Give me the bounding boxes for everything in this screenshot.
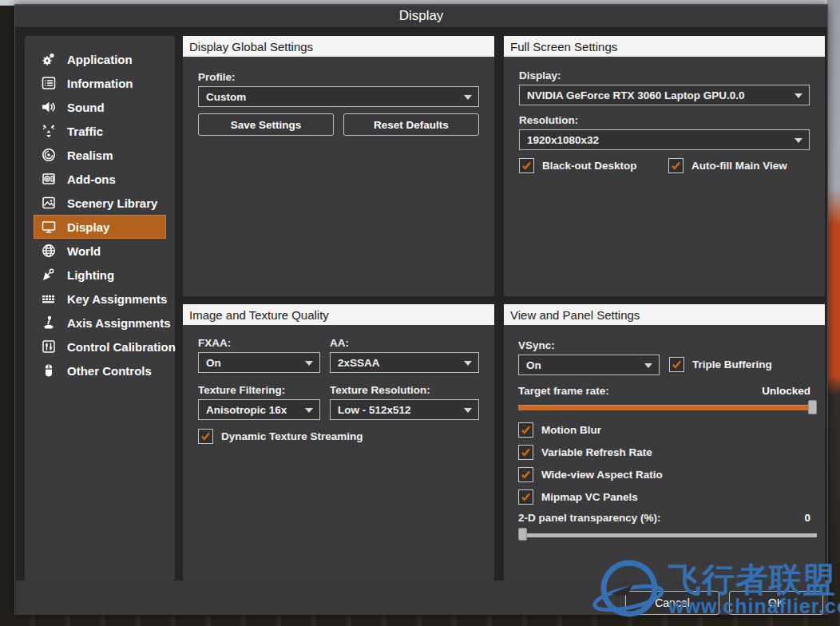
checkbox-box[interactable]: [668, 158, 683, 173]
checkbox-box[interactable]: [518, 489, 533, 505]
checkbox-box[interactable]: [518, 422, 533, 438]
checkbox-label: Variable Refresh Rate: [541, 446, 652, 458]
aa-dropdown[interactable]: 2xSSAA: [330, 352, 479, 373]
sidebar-item-label: Add-ons: [67, 172, 116, 186]
chevron-down-icon: [305, 361, 313, 366]
sidebar-item-display[interactable]: Display: [34, 215, 166, 239]
sidebar-item-label: Axis Assignments: [67, 316, 171, 330]
chevron-down-icon: [464, 408, 472, 413]
texture-filtering-dropdown[interactable]: Anisotropic 16x: [198, 399, 320, 420]
aa-label: AA:: [330, 337, 349, 349]
slider-handle[interactable]: [518, 528, 527, 541]
sidebar-item-label: Traffic: [67, 125, 103, 138]
panel-full-screen-settings: Full Screen Settings Display: NVIDIA GeF…: [504, 36, 825, 296]
chevron-down-icon: [305, 408, 313, 413]
keyboard-icon: [41, 291, 57, 307]
checkbox-box[interactable]: [518, 445, 533, 460]
info-list-icon: [41, 75, 57, 91]
airplanes-icon: [41, 123, 57, 139]
triple-buffering-checkbox[interactable]: Triple Buffering: [669, 357, 772, 372]
wide-view-aspect-ratio-checkbox[interactable]: Wide-view Aspect Ratio: [518, 467, 663, 482]
texture-resolution-label: Texture Resolution:: [330, 384, 430, 396]
save-settings-button[interactable]: Save Settings: [198, 113, 334, 136]
dialog-titlebar: Display: [15, 5, 827, 28]
sidebar-item-label: Lighting: [67, 268, 114, 282]
sidebar-item-traffic[interactable]: Traffic: [34, 119, 166, 143]
ok-button[interactable]: OK: [729, 591, 823, 615]
sidebar-item-scenery-library[interactable]: Scenery Library: [34, 191, 166, 215]
sidebar-item-world[interactable]: World: [34, 239, 166, 263]
display-adapter-value: NVIDIA GeForce RTX 3060 Laptop GPU.0.0: [527, 89, 745, 101]
vsync-value: On: [526, 359, 541, 371]
panel-title: Image and Texture Quality: [183, 304, 494, 325]
sidebar-item-sound[interactable]: Sound: [34, 95, 166, 119]
cancel-button[interactable]: Cancel: [625, 591, 719, 615]
background-scene-left: [0, 0, 15, 626]
mipmap-vc-panels-checkbox[interactable]: Mipmap VC Panels: [518, 489, 638, 505]
texture-filtering-value: Anisotropic 16x: [206, 404, 287, 416]
texture-filtering-label: Texture Filtering:: [198, 384, 285, 396]
sidebar-item-label: Realism: [67, 149, 113, 162]
checkbox-label: Motion Blur: [541, 424, 601, 436]
slider-track[interactable]: [518, 533, 817, 537]
panel-transparency-label: 2-D panel transparency (%):: [518, 512, 661, 524]
sidebar-item-realism[interactable]: Realism: [34, 143, 166, 167]
target-frame-rate-slider[interactable]: [518, 400, 817, 414]
sidebar-item-label: Display: [67, 220, 109, 234]
addon-box-icon: [41, 171, 57, 187]
slider-track[interactable]: [518, 405, 817, 410]
display-adapter-dropdown[interactable]: NVIDIA GeForce RTX 3060 Laptop GPU.0.0: [519, 85, 810, 105]
sidebar-item-label: Application: [67, 53, 133, 66]
sidebar-item-lighting[interactable]: Lighting: [34, 263, 166, 287]
panel-view-panel-settings: View and Panel Settings VSync: On Triple…: [504, 304, 825, 580]
fxaa-value: On: [206, 357, 221, 369]
texture-resolution-dropdown[interactable]: Low - 512x512: [330, 399, 479, 420]
aa-value: 2xSSAA: [338, 357, 380, 369]
texture-resolution-value: Low - 512x512: [338, 404, 411, 416]
sidebar-item-label: Other Controls: [67, 364, 152, 378]
resolution-dropdown[interactable]: 1920x1080x32: [519, 129, 810, 150]
profile-label: Profile:: [198, 71, 236, 83]
variable-refresh-rate-checkbox[interactable]: Variable Refresh Rate: [518, 445, 652, 460]
fxaa-dropdown[interactable]: On: [198, 352, 320, 373]
chevron-down-icon: [644, 363, 652, 368]
checkbox-box[interactable]: [198, 429, 213, 444]
vsync-label: VSync:: [518, 339, 555, 351]
dynamic-texture-streaming-checkbox[interactable]: Dynamic Texture Streaming: [198, 429, 363, 444]
panel-title: View and Panel Settings: [504, 304, 825, 325]
autofill-main-view-checkbox[interactable]: Auto-fill Main View: [668, 158, 787, 173]
sidebar-item-addons[interactable]: Add-ons: [34, 167, 166, 191]
chevron-down-icon: [464, 95, 472, 100]
sidebar-item-control-calibration[interactable]: Control Calibration: [34, 335, 166, 359]
fxaa-label: FXAA:: [198, 337, 231, 349]
slider-handle[interactable]: [808, 400, 817, 414]
background-scene-right: [827, 0, 840, 626]
sidebar-item-application[interactable]: Application: [34, 47, 166, 71]
speaker-icon: [41, 99, 57, 115]
profile-dropdown[interactable]: Custom: [198, 86, 479, 107]
vsync-dropdown[interactable]: On: [518, 355, 660, 375]
sidebar-item-label: Information: [67, 77, 133, 90]
panel-transparency-slider[interactable]: [518, 528, 817, 542]
reset-defaults-button[interactable]: Reset Defaults: [343, 113, 479, 136]
checkbox-label: Wide-view Aspect Ratio: [541, 469, 663, 481]
resolution-value: 1920x1080x32: [527, 134, 599, 146]
checkbox-box[interactable]: [518, 467, 533, 482]
checkbox-box[interactable]: [669, 357, 684, 372]
dialog-title: Display: [399, 8, 444, 24]
sidebar-item-label: Control Calibration: [67, 340, 176, 354]
profile-value: Custom: [206, 91, 246, 103]
checkbox-label: Mipmap VC Panels: [541, 491, 638, 503]
checkbox-box[interactable]: [519, 158, 534, 173]
display-settings-dialog: Display Application Information Sound: [14, 4, 828, 615]
sidebar-item-key-assignments[interactable]: Key Assignments: [34, 287, 166, 311]
sidebar-item-label: Scenery Library: [67, 196, 157, 210]
chevron-down-icon: [464, 361, 472, 366]
sidebar-item-label: Key Assignments: [67, 292, 167, 306]
motion-blur-checkbox[interactable]: Motion Blur: [518, 422, 601, 438]
sidebar-item-information[interactable]: Information: [34, 71, 166, 95]
sidebar-item-other-controls[interactable]: Other Controls: [34, 359, 166, 382]
blackout-desktop-checkbox[interactable]: Black-out Desktop: [519, 158, 637, 173]
sidebar-item-axis-assignments[interactable]: Axis Assignments: [34, 311, 166, 335]
target-icon: [41, 147, 57, 163]
